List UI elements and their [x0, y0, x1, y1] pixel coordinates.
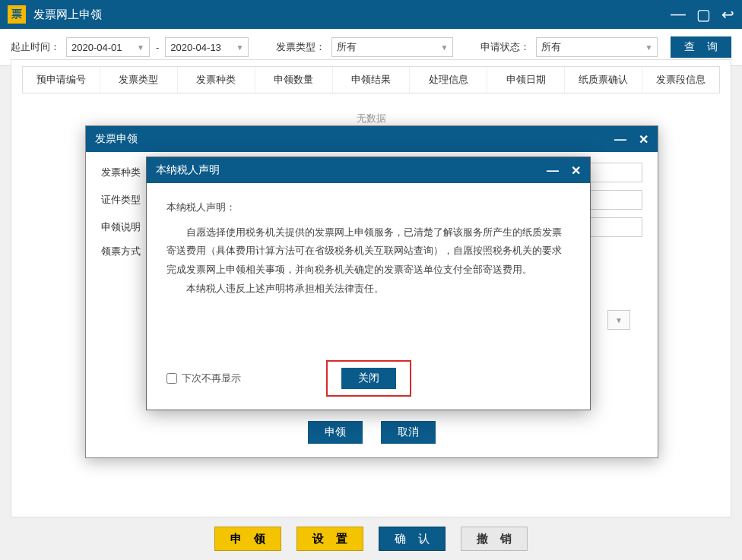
settings-button[interactable]: 设 置	[296, 527, 363, 551]
declaration-heading: 本纳税人声明：	[166, 198, 570, 217]
app-logo: 票	[8, 5, 26, 24]
back-icon[interactable]: ↩	[721, 5, 734, 24]
date-to-input[interactable]: 2020-04-13 ▼	[165, 37, 249, 57]
extra-dropdown[interactable]: ▼	[607, 310, 630, 330]
declaration-title: 本纳税人声明	[156, 163, 537, 177]
col-invoice-type: 发票类型	[100, 67, 178, 93]
invoice-type-select[interactable]: 所有 ▼	[331, 37, 453, 57]
dialog-cancel-button[interactable]: 取消	[381, 421, 436, 444]
dialog-minimize-icon[interactable]: —	[614, 133, 626, 146]
col-preapply-no: 预申请编号	[23, 67, 100, 93]
col-process-info: 处理信息	[410, 67, 487, 93]
col-segment-info: 发票段信息	[642, 67, 719, 93]
declaration-close-button[interactable]: 关闭	[341, 368, 396, 389]
date-to-value: 2020-04-13	[170, 42, 221, 53]
apply-status-label: 申请状态：	[480, 40, 530, 54]
minimize-icon[interactable]: —	[671, 5, 686, 24]
taxpayer-declaration-dialog: 本纳税人声明 — ✕ 本纳税人声明： 自愿选择使用税务机关提供的发票网上申领服务…	[146, 157, 591, 410]
window-title: 发票网上申领	[33, 8, 671, 22]
dont-show-checkbox-input[interactable]	[166, 373, 177, 384]
revoke-button[interactable]: 撤 销	[461, 527, 528, 551]
dialog-close-icon[interactable]: ✕	[639, 133, 648, 146]
apply-status-select[interactable]: 所有 ▼	[536, 37, 658, 57]
date-from-value: 2020-04-01	[71, 42, 122, 53]
confirm-button[interactable]: 确 认	[379, 527, 446, 551]
apply-status-value: 所有	[541, 40, 561, 54]
caret-down-icon: ▼	[236, 43, 243, 52]
id-type-label: 证件类型	[101, 193, 150, 207]
col-apply-result: 申领结果	[333, 67, 411, 93]
maximize-icon[interactable]: ▢	[696, 5, 711, 24]
caret-down-icon: ▼	[137, 43, 144, 52]
highlight-box: 关闭	[326, 360, 411, 397]
window-titlebar: 票 发票网上申领 — ▢ ↩	[0, 0, 742, 29]
dont-show-again-checkbox[interactable]: 下次不再显示	[166, 372, 241, 385]
bottom-action-bar: 申 领 设 置 确 认 撤 销	[0, 527, 742, 551]
col-invoice-kind: 发票种类	[178, 67, 255, 93]
date-range-label: 起止时间：	[11, 40, 60, 54]
col-apply-qty: 申领数量	[255, 67, 333, 93]
table-header-row: 预申请编号 发票类型 发票种类 申领数量 申领结果 处理信息 申领日期 纸质票确…	[22, 66, 720, 93]
declaration-paragraph-1: 自愿选择使用税务机关提供的发票网上申领服务，已清楚了解该服务所产生的纸质发票寄送…	[166, 223, 570, 280]
dialog-apply-button[interactable]: 申领	[308, 421, 363, 444]
date-from-input[interactable]: 2020-04-01 ▼	[66, 37, 150, 57]
date-dash: -	[156, 42, 159, 53]
declaration-close-icon[interactable]: ✕	[571, 164, 581, 177]
dont-show-label: 下次不再显示	[182, 372, 241, 385]
caret-down-icon: ▼	[645, 43, 652, 52]
apply-button[interactable]: 申 领	[214, 527, 281, 551]
dialog-title: 发票申领	[95, 132, 605, 146]
receive-method-label: 领票方式	[101, 245, 150, 258]
invoice-type-label: 发票类型：	[276, 40, 325, 54]
declaration-paragraph-2: 本纳税人违反上述声明将承担相关法律责任。	[166, 280, 570, 299]
invoice-kind-label: 发票种类	[101, 166, 150, 179]
query-button[interactable]: 查 询	[671, 36, 731, 58]
invoice-type-value: 所有	[337, 40, 357, 54]
apply-explain-label: 申领说明	[101, 220, 150, 234]
col-paper-confirm: 纸质票确认	[565, 67, 642, 93]
declaration-header: 本纳税人声明 — ✕	[147, 157, 590, 183]
col-apply-date: 申领日期	[487, 67, 565, 93]
declaration-minimize-icon[interactable]: —	[547, 164, 559, 177]
caret-down-icon: ▼	[440, 43, 448, 52]
dialog-header: 发票申领 — ✕	[86, 126, 658, 152]
